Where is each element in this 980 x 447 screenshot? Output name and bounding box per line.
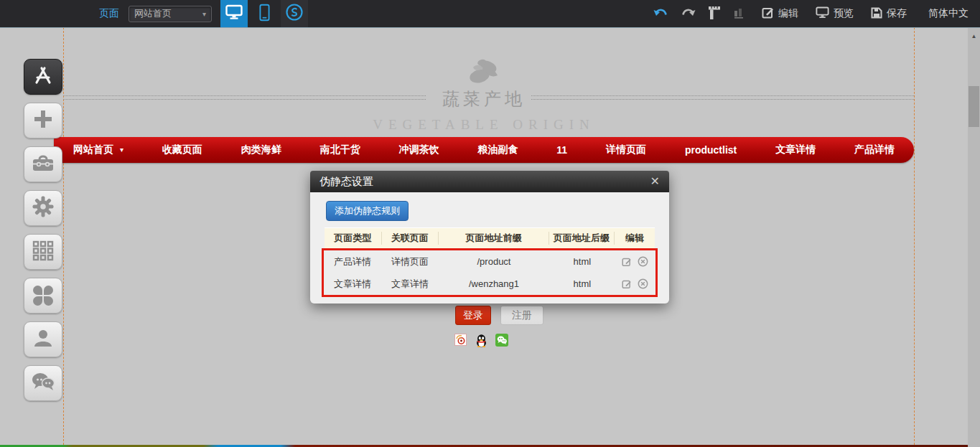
sidebar-item-settings[interactable] xyxy=(24,190,62,226)
toolbox-icon xyxy=(32,154,55,176)
page-select-value: 网站首页 xyxy=(134,7,172,20)
plus-icon xyxy=(32,108,54,133)
floppy-save-icon xyxy=(871,7,882,21)
delete-row-icon[interactable] xyxy=(638,278,648,289)
cell-suffix: html xyxy=(549,278,615,289)
vegetable-logo-icon xyxy=(465,56,503,86)
sidebar-item-chat[interactable] xyxy=(24,365,62,401)
login-button[interactable]: 登录 xyxy=(455,306,491,325)
columns-icon xyxy=(733,6,745,21)
language-switch[interactable]: 简体中文 xyxy=(928,7,969,20)
toolbar-right-group: 编辑 预览 保存 简体中文 xyxy=(641,6,969,22)
nav-item[interactable]: 详情页面 xyxy=(606,143,646,156)
register-button[interactable]: 注册 xyxy=(500,306,543,325)
nav-item[interactable]: 11 xyxy=(556,144,567,156)
theme-style-button[interactable] xyxy=(281,0,308,27)
delete-row-icon[interactable] xyxy=(638,256,648,267)
edit-row-icon[interactable] xyxy=(622,257,632,267)
undo-button[interactable] xyxy=(653,7,668,20)
sidebar-item-add-module[interactable] xyxy=(24,103,62,138)
pseudo-static-modal: 伪静态设置 ✕ 添加伪静态规则 页面类型 关联页面 页面地址前缀 页面地址后缀 … xyxy=(310,171,669,304)
redo-icon xyxy=(681,7,696,20)
monitor-icon xyxy=(225,4,243,23)
user-icon xyxy=(33,328,53,351)
pencil-square-icon xyxy=(762,6,774,21)
highlighted-rows-box: 产品详情 详情页面 /product html 文章详情 文章详情 xyxy=(322,248,658,297)
smartphone-icon xyxy=(259,4,270,24)
site-title: 蔬菜产地 xyxy=(0,88,968,110)
nav-item[interactable]: 冲调茶饮 xyxy=(399,143,439,156)
cell-linked-page: 详情页面 xyxy=(381,255,439,268)
nav-item-home[interactable]: 网站首页▾ xyxy=(73,143,123,156)
nav-caret-icon: ▾ xyxy=(120,146,123,154)
page-select[interactable]: 网站首页 ▾ xyxy=(129,6,212,22)
site-subtitle: VEGETABLE ORIGIN xyxy=(0,117,968,133)
clover-icon xyxy=(33,286,53,306)
edit-row-icon[interactable] xyxy=(622,279,632,289)
editor-canvas: 蔬菜产地 VEGETABLE ORIGIN 网站首页▾ 收藏页面 肉类海鲜 南北… xyxy=(0,27,980,447)
chat-bubbles-icon xyxy=(31,372,55,395)
sidebar-item-member[interactable] xyxy=(24,321,62,357)
redo-button[interactable] xyxy=(681,7,696,20)
modal-header[interactable]: 伪静态设置 ✕ xyxy=(310,171,669,192)
modal-body: 添加伪静态规则 页面类型 关联页面 页面地址前缀 页面地址后缀 编辑 产品详情 … xyxy=(310,192,669,304)
scrollbar-thumb[interactable] xyxy=(969,86,979,127)
sidebar-item-widgets[interactable] xyxy=(24,278,62,314)
toolbar-left-group: 页面 网站首页 ▾ xyxy=(99,0,308,27)
weibo-icon[interactable] xyxy=(454,334,467,349)
scrollbar-up-icon[interactable]: ▲ xyxy=(968,33,980,39)
qq-icon[interactable] xyxy=(475,334,488,350)
cell-linked-page: 文章详情 xyxy=(381,278,439,291)
nav-item[interactable]: 收藏页面 xyxy=(162,143,202,156)
gear-icon xyxy=(32,195,55,221)
cell-prefix: /wenzhang1 xyxy=(439,278,549,289)
wechat-share-icon[interactable] xyxy=(495,334,508,349)
page-label: 页面 xyxy=(99,7,119,20)
rule-table: 页面类型 关联页面 页面地址前缀 页面地址后缀 编辑 产品详情 详情页面 /pr… xyxy=(325,227,655,297)
nav-item[interactable]: 文章详情 xyxy=(775,143,816,156)
add-rule-button[interactable]: 添加伪静态规则 xyxy=(326,201,409,221)
scrollbar[interactable]: ▲ xyxy=(968,27,980,447)
cell-prefix: /product xyxy=(439,256,549,267)
nav-item[interactable]: productlist xyxy=(685,144,737,156)
site-navbar: 网站首页▾ 收藏页面 肉类海鲜 南北干货 冲调茶饮 粮油副食 11 详情页面 p… xyxy=(54,137,914,163)
nav-item[interactable]: 肉类海鲜 xyxy=(241,143,281,156)
table-row: 文章详情 文章详情 /wenzhang1 html xyxy=(324,273,655,295)
sidebar-item-toolbox[interactable] xyxy=(24,146,62,182)
cell-actions xyxy=(615,256,655,267)
preview-button-label: 预览 xyxy=(834,7,854,20)
grid-icon xyxy=(32,240,54,264)
column-header: 编辑 xyxy=(615,232,655,245)
nav-item[interactable]: 粮油副食 xyxy=(477,143,518,156)
columns-button[interactable] xyxy=(733,6,745,21)
table-row: 产品详情 详情页面 /product html xyxy=(324,250,655,273)
nav-item[interactable]: 产品详情 xyxy=(854,143,895,156)
preview-monitor-icon xyxy=(816,6,829,21)
cell-page-type: 文章详情 xyxy=(324,278,381,291)
nav-item[interactable]: 南北干货 xyxy=(320,143,360,156)
appstore-icon xyxy=(32,65,55,89)
chevron-down-icon: ▾ xyxy=(202,10,206,18)
close-icon[interactable]: ✕ xyxy=(650,176,660,187)
column-header: 页面地址后缀 xyxy=(549,232,615,245)
ruler-button[interactable] xyxy=(708,6,721,22)
sidebar-item-modules[interactable] xyxy=(24,234,62,270)
column-header: 页面类型 xyxy=(325,232,382,245)
edit-button[interactable]: 编辑 xyxy=(762,6,798,21)
column-header: 页面地址前缀 xyxy=(439,232,549,245)
cell-suffix: html xyxy=(549,256,615,267)
cell-actions xyxy=(615,278,655,289)
logo-module[interactable]: 蔬菜产地 VEGETABLE ORIGIN xyxy=(0,56,968,133)
modal-title: 伪静态设置 xyxy=(319,175,373,189)
undo-icon xyxy=(653,7,668,20)
preview-button[interactable]: 预览 xyxy=(816,6,854,21)
edit-button-label: 编辑 xyxy=(778,7,798,20)
desktop-view-button[interactable] xyxy=(220,0,248,27)
save-button-label: 保存 xyxy=(887,7,907,20)
save-button[interactable]: 保存 xyxy=(871,7,907,21)
mobile-view-button[interactable] xyxy=(251,0,278,27)
sidebar-item-design[interactable] xyxy=(24,59,62,95)
top-toolbar: 页面 网站首页 ▾ xyxy=(0,0,980,28)
column-header: 关联页面 xyxy=(382,232,439,245)
app-window: 页面 网站首页 ▾ xyxy=(0,0,980,447)
